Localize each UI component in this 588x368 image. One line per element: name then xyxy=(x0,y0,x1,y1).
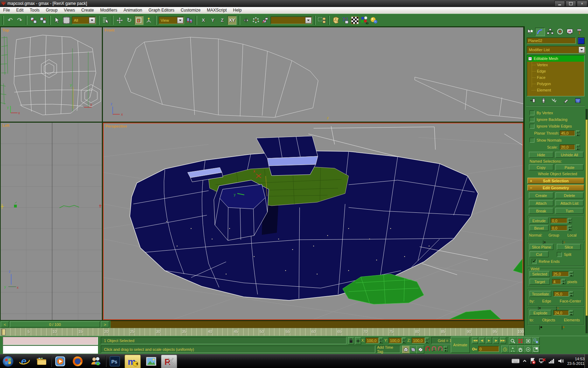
absolute-offset-toggle-icon[interactable] xyxy=(355,337,361,345)
slice-plane-button[interactable]: Slice Plane xyxy=(530,244,553,250)
material-editor-icon[interactable] xyxy=(370,16,378,25)
internet-explorer-icon[interactable]: e xyxy=(17,355,32,368)
spinner-snap-toggle[interactable] xyxy=(444,346,448,352)
menu-customize[interactable]: Customize xyxy=(177,7,204,14)
bevel-spinner[interactable] xyxy=(568,225,572,231)
restrict-z-button[interactable]: Z xyxy=(218,16,226,25)
zoom-all-icon[interactable] xyxy=(517,337,524,345)
menu-animation[interactable]: Animation xyxy=(120,7,145,14)
tessellate-spinner[interactable] xyxy=(569,291,573,297)
dropdown-arrow-icon[interactable] xyxy=(177,17,183,23)
select-and-rotate-icon[interactable]: ↻ xyxy=(125,16,133,25)
refine-ends-checkbox[interactable]: Refine Ends xyxy=(532,259,560,264)
panel-scrollbar[interactable] xyxy=(586,109,588,333)
explode-elements-label[interactable]: Elements xyxy=(564,318,580,322)
restrict-x-button[interactable]: X xyxy=(199,16,208,25)
perspective-viewport-label[interactable]: Perspective xyxy=(105,124,127,128)
minimize-button[interactable] xyxy=(554,1,565,7)
extrude-spinner[interactable] xyxy=(568,218,572,223)
dropdown-arrow-icon[interactable] xyxy=(89,17,95,23)
taskbar-clock[interactable]: 14:53 23-5-2011 xyxy=(567,357,584,366)
explode-objects-label[interactable]: Objects xyxy=(542,318,555,322)
explode-elements-radio[interactable] xyxy=(562,325,562,330)
copy-button[interactable]: Copy xyxy=(529,164,553,170)
front-viewport[interactable]: Front z z xyxy=(103,27,523,122)
y-coordinate-spinner[interactable] xyxy=(402,338,406,343)
miranda-im-icon[interactable]: m xyxy=(125,355,141,368)
rectangular-selection-region-icon[interactable] xyxy=(62,16,71,25)
dropdown-arrow-icon[interactable] xyxy=(579,47,585,53)
array-icon[interactable] xyxy=(252,16,260,25)
network-status-icon[interactable] xyxy=(539,357,546,365)
left-viewport[interactable]: Left z y x xyxy=(1,123,102,320)
z-coordinate-spinner[interactable] xyxy=(425,338,429,343)
unhide-all-button[interactable]: Unhide All xyxy=(555,152,583,158)
render-scene-icon[interactable] xyxy=(351,16,359,25)
pan-hand-icon[interactable] xyxy=(517,346,524,353)
weld-target-spinner[interactable] xyxy=(562,279,566,284)
schematic-view-icon[interactable] xyxy=(341,16,350,25)
break-button[interactable]: Break xyxy=(529,208,553,214)
explode-field[interactable]: 24,0 xyxy=(553,310,569,315)
show-end-result-icon[interactable] xyxy=(542,98,545,104)
previous-frame-button[interactable]: < xyxy=(1,321,9,327)
configure-button-sets-icon[interactable] xyxy=(575,98,581,104)
next-frame-playback-button[interactable]: |▶ xyxy=(493,337,499,344)
photo-viewer-icon[interactable] xyxy=(144,355,159,368)
volume-icon[interactable] xyxy=(558,358,565,365)
photoshop-icon[interactable]: Ps xyxy=(107,355,122,368)
weld-selected-button[interactable]: Selected xyxy=(530,271,550,277)
modify-tab-icon[interactable] xyxy=(535,28,545,36)
add-time-tag-field[interactable]: Add Time Tag xyxy=(377,346,400,353)
next-frame-button[interactable]: > xyxy=(101,321,109,327)
previous-frame-playback-button[interactable]: ◀| xyxy=(479,337,485,344)
zoom-extents-icon[interactable] xyxy=(524,337,532,345)
create-tab-icon[interactable] xyxy=(525,28,534,35)
front-viewport-label[interactable]: Front xyxy=(105,28,114,32)
menu-create[interactable]: Create xyxy=(78,7,97,14)
x-coordinate-spinner[interactable] xyxy=(379,338,383,343)
paste-button[interactable]: Paste xyxy=(555,164,583,170)
hierarchy-tab-icon[interactable] xyxy=(546,28,555,35)
select-by-name-icon[interactable] xyxy=(102,16,110,25)
firefox-icon[interactable] xyxy=(70,355,85,368)
select-and-move-icon[interactable] xyxy=(115,16,124,25)
stack-item-vertex[interactable]: Vertex xyxy=(527,62,584,68)
snapshot-icon[interactable] xyxy=(332,16,340,25)
maximize-button[interactable] xyxy=(566,1,576,7)
select-and-manipulate-icon[interactable] xyxy=(145,16,153,25)
tessellate-button[interactable]: Tessellate xyxy=(530,291,551,297)
make-unique-icon[interactable] xyxy=(551,98,557,104)
top-viewport[interactable]: Top xyxy=(1,27,102,122)
cut-button[interactable]: Cut xyxy=(530,251,548,257)
restrict-xy-plane-button[interactable]: XY xyxy=(227,16,237,25)
normal-local-label[interactable]: Local xyxy=(567,233,576,237)
play-button[interactable]: ▶ xyxy=(486,337,492,344)
ignore-backfacing-checkbox[interactable]: Ignore Backfacing xyxy=(530,117,567,122)
go-to-end-button[interactable]: ▶▶| xyxy=(500,337,506,344)
signal-strength-icon[interactable] xyxy=(548,358,555,364)
x-coordinate-field[interactable]: 100,0 xyxy=(365,338,379,343)
attach-button[interactable]: Attach xyxy=(529,200,553,206)
min-max-toggle-icon[interactable] xyxy=(532,346,540,353)
track-bar-frame-marker[interactable] xyxy=(1,329,6,335)
select-and-scale-icon[interactable] xyxy=(134,16,144,25)
scale-spinner[interactable] xyxy=(576,144,580,150)
display-tab-icon[interactable] xyxy=(565,28,574,35)
panel-scrollbar-thumb[interactable] xyxy=(586,120,588,316)
mirror-icon[interactable] xyxy=(242,16,251,25)
time-slider-handle[interactable]: 0 / 100 xyxy=(10,321,100,327)
utilities-tab-icon[interactable] xyxy=(575,28,584,35)
menu-tools[interactable]: Tools xyxy=(27,7,43,14)
ignore-visible-edges-checkbox[interactable]: Ignore Visible Edges xyxy=(530,124,572,129)
material-id-icon[interactable]: ID xyxy=(360,16,369,25)
windows-explorer-icon[interactable] xyxy=(34,355,50,368)
select-and-link-icon[interactable] xyxy=(29,16,38,25)
snap-rotate-icon[interactable] xyxy=(409,346,417,354)
snap-percent-magnet-icon[interactable] xyxy=(438,346,443,352)
perspective-viewport[interactable]: Perspective xyxy=(103,123,523,320)
snap-angle-icon[interactable] xyxy=(431,346,437,352)
planar-thresh-spinner[interactable] xyxy=(576,130,580,136)
explode-button[interactable]: Explode xyxy=(530,310,551,316)
snap-magnet-3-icon[interactable]: 3 xyxy=(425,346,430,352)
